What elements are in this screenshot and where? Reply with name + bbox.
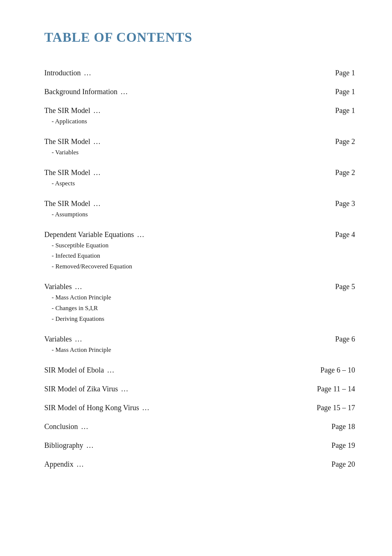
toc-left-conclusion: Conclusion… xyxy=(44,422,311,431)
toc-left-dependent-variable-equations: Dependent Variable Equations…- Susceptib… xyxy=(44,230,311,272)
toc-row-sir-model-hong-kong: SIR Model of Hong Kong Virus…Page 15 – 1… xyxy=(44,398,355,417)
toc-left-background-information: Background Information… xyxy=(44,87,311,96)
toc-entry-title-variables-mass-action: Variables xyxy=(44,282,72,291)
toc-page-dependent-variable-equations: Page 4 xyxy=(311,230,355,239)
toc-page-background-information: Page 1 xyxy=(311,87,355,96)
toc-dots-appendix: … xyxy=(76,460,85,469)
toc-sub-item-sir-model-applications-0: - Applications xyxy=(52,116,311,127)
toc-sub-item-dependent-variable-equations-0: - Susceptible Equation xyxy=(52,240,311,251)
toc-main-line-sir-model-zika: SIR Model of Zika Virus… xyxy=(44,385,311,393)
toc-entry-title-sir-model-hong-kong: SIR Model of Hong Kong Virus xyxy=(44,404,139,412)
toc-sub-item-sir-model-variables-0: - Variables xyxy=(52,147,311,158)
toc-page-introduction: Page 1 xyxy=(311,69,355,77)
toc-page-sir-model-assumptions: Page 3 xyxy=(311,199,355,208)
toc-dots-variables-mass-action: … xyxy=(75,282,83,291)
toc-entry-title-sir-model-zika: SIR Model of Zika Virus xyxy=(44,385,118,393)
toc-sub-items-variables-mass-action: - Mass Action Principle- Changes in S,I,… xyxy=(52,292,311,325)
toc-sub-items-sir-model-variables: - Variables xyxy=(52,147,311,158)
toc-row-conclusion: Conclusion…Page 18 xyxy=(44,417,355,436)
toc-dots-sir-model-hong-kong: … xyxy=(142,404,150,412)
toc-main-line-sir-model-ebola: SIR Model of Ebola… xyxy=(44,366,311,374)
toc-dots-bibliography: … xyxy=(86,441,94,450)
toc-left-sir-model-aspects: The SIR Model…- Aspects xyxy=(44,168,311,189)
toc-sub-items-sir-model-applications: - Applications xyxy=(52,116,311,127)
toc-left-sir-model-ebola: SIR Model of Ebola… xyxy=(44,366,311,374)
toc-row-appendix: Appendix…Page 20 xyxy=(44,455,355,474)
toc-dots-sir-model-variables: … xyxy=(93,137,101,146)
toc-container: Introduction…Page 1Background Informatio… xyxy=(44,64,355,474)
toc-sub-items-variables-mass-action-2: - Mass Action Principle xyxy=(52,345,311,356)
toc-sub-item-variables-mass-action-1: - Changes in S,I,R xyxy=(52,303,311,314)
toc-sub-item-variables-mass-action-2: - Deriving Equations xyxy=(52,314,311,325)
toc-left-sir-model-variables: The SIR Model…- Variables xyxy=(44,137,311,158)
toc-sub-items-sir-model-assumptions: - Assumptions xyxy=(52,209,311,220)
toc-sub-items-dependent-variable-equations: - Susceptible Equation- Infected Equatio… xyxy=(52,240,311,272)
toc-left-variables-mass-action: Variables…- Mass Action Principle- Chang… xyxy=(44,282,311,325)
toc-main-line-bibliography: Bibliography… xyxy=(44,441,311,450)
toc-row-dependent-variable-equations: Dependent Variable Equations…- Susceptib… xyxy=(44,225,355,278)
toc-entry-title-dependent-variable-equations: Dependent Variable Equations xyxy=(44,230,134,239)
toc-row-background-information: Background Information…Page 1 xyxy=(44,82,355,101)
toc-dots-conclusion: … xyxy=(81,422,89,431)
toc-page-appendix: Page 20 xyxy=(311,460,355,469)
toc-dots-sir-model-ebola: … xyxy=(107,366,115,374)
toc-sub-item-variables-mass-action-2-0: - Mass Action Principle xyxy=(52,345,311,356)
toc-page-sir-model-variables: Page 2 xyxy=(311,137,355,146)
toc-main-line-sir-model-hong-kong: SIR Model of Hong Kong Virus… xyxy=(44,404,311,412)
toc-sub-item-sir-model-aspects-0: - Aspects xyxy=(52,178,311,189)
toc-row-sir-model-ebola: SIR Model of Ebola…Page 6 – 10 xyxy=(44,361,355,380)
toc-sub-items-sir-model-aspects: - Aspects xyxy=(52,178,311,189)
toc-main-line-sir-model-aspects: The SIR Model… xyxy=(44,168,311,177)
toc-page-sir-model-applications: Page 1 xyxy=(311,106,355,115)
toc-row-sir-model-applications: The SIR Model…- ApplicationsPage 1 xyxy=(44,101,355,132)
toc-page-sir-model-hong-kong: Page 15 – 17 xyxy=(311,404,355,412)
toc-left-sir-model-hong-kong: SIR Model of Hong Kong Virus… xyxy=(44,404,311,412)
toc-dots-sir-model-applications: … xyxy=(93,106,101,115)
toc-entry-title-bibliography: Bibliography xyxy=(44,441,83,450)
toc-main-line-sir-model-assumptions: The SIR Model… xyxy=(44,199,311,208)
toc-main-line-sir-model-applications: The SIR Model… xyxy=(44,106,311,115)
toc-entry-title-sir-model-variables: The SIR Model xyxy=(44,137,90,146)
toc-entry-title-introduction: Introduction xyxy=(44,69,81,77)
toc-main-line-background-information: Background Information… xyxy=(44,87,311,96)
toc-entry-title-sir-model-ebola: SIR Model of Ebola xyxy=(44,366,104,374)
toc-entry-title-sir-model-assumptions: The SIR Model xyxy=(44,199,90,208)
toc-page-bibliography: Page 19 xyxy=(311,441,355,450)
toc-entry-title-background-information: Background Information xyxy=(44,87,117,96)
toc-dots-dependent-variable-equations: … xyxy=(137,230,145,239)
toc-entry-title-sir-model-applications: The SIR Model xyxy=(44,106,90,115)
toc-dots-introduction: … xyxy=(84,69,92,77)
toc-left-sir-model-applications: The SIR Model…- Applications xyxy=(44,106,311,127)
toc-row-sir-model-aspects: The SIR Model…- AspectsPage 2 xyxy=(44,163,355,194)
toc-entry-title-variables-mass-action-2: Variables xyxy=(44,335,72,343)
toc-dots-background-information: … xyxy=(120,87,128,96)
toc-main-line-dependent-variable-equations: Dependent Variable Equations… xyxy=(44,230,311,239)
toc-entry-title-appendix: Appendix xyxy=(44,460,73,469)
toc-entry-title-sir-model-aspects: The SIR Model xyxy=(44,168,90,177)
toc-main-line-introduction: Introduction… xyxy=(44,69,311,77)
toc-left-bibliography: Bibliography… xyxy=(44,441,311,450)
toc-page-conclusion: Page 18 xyxy=(311,422,355,431)
toc-main-line-sir-model-variables: The SIR Model… xyxy=(44,137,311,146)
toc-row-sir-model-zika: SIR Model of Zika Virus…Page 11 – 14 xyxy=(44,380,355,398)
toc-left-sir-model-zika: SIR Model of Zika Virus… xyxy=(44,385,311,393)
toc-row-variables-mass-action-2: Variables…- Mass Action PrinciplePage 6 xyxy=(44,330,355,361)
toc-page-sir-model-aspects: Page 2 xyxy=(311,168,355,177)
toc-dots-sir-model-assumptions: … xyxy=(93,199,101,208)
toc-sub-item-dependent-variable-equations-2: - Removed/Recovered Equation xyxy=(52,261,311,272)
toc-page-variables-mass-action-2: Page 6 xyxy=(311,335,355,343)
toc-dots-sir-model-zika: … xyxy=(121,385,129,393)
toc-main-line-appendix: Appendix… xyxy=(44,460,311,469)
toc-page-sir-model-ebola: Page 6 – 10 xyxy=(311,366,355,374)
toc-main-line-conclusion: Conclusion… xyxy=(44,422,311,431)
toc-dots-sir-model-aspects: … xyxy=(93,168,101,177)
toc-row-variables-mass-action: Variables…- Mass Action Principle- Chang… xyxy=(44,277,355,330)
toc-row-sir-model-variables: The SIR Model…- VariablesPage 2 xyxy=(44,132,355,163)
toc-sub-item-sir-model-assumptions-0: - Assumptions xyxy=(52,209,311,220)
toc-entry-title-conclusion: Conclusion xyxy=(44,422,78,431)
toc-left-introduction: Introduction… xyxy=(44,69,311,77)
toc-main-line-variables-mass-action-2: Variables… xyxy=(44,335,311,343)
toc-left-sir-model-assumptions: The SIR Model…- Assumptions xyxy=(44,199,311,220)
toc-sub-item-dependent-variable-equations-1: - Infected Equation xyxy=(52,251,311,261)
toc-left-variables-mass-action-2: Variables…- Mass Action Principle xyxy=(44,335,311,356)
